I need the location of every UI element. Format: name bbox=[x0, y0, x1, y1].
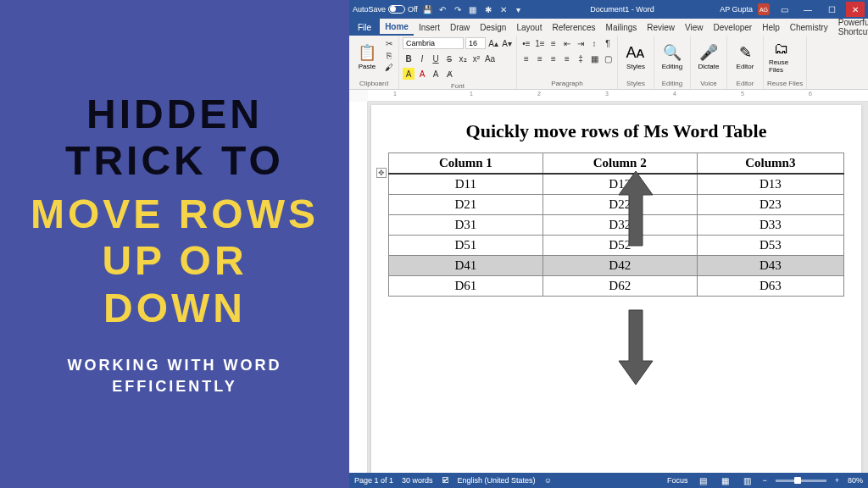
table-row[interactable]: D21D22D23 bbox=[389, 195, 844, 215]
tab-insert[interactable]: Insert bbox=[414, 19, 445, 36]
clear-format-button[interactable]: A̸ bbox=[443, 68, 455, 80]
word-table[interactable]: Column 1 Column 2 Column3 D11D12D13D21D2… bbox=[388, 152, 844, 297]
reuse-files-button[interactable]: 🗂Reuse Files bbox=[767, 37, 796, 76]
table-cell[interactable]: D22 bbox=[542, 195, 697, 215]
highlight-button[interactable]: A bbox=[403, 68, 415, 80]
table-cell[interactable]: D11 bbox=[389, 174, 543, 195]
editor-button[interactable]: ✎Editor bbox=[731, 37, 760, 76]
undo-icon[interactable]: ↶ bbox=[437, 3, 448, 15]
page-indicator[interactable]: Page 1 of 1 bbox=[354, 476, 393, 485]
shading-icon[interactable]: ▦ bbox=[588, 53, 600, 64]
align-right-icon[interactable]: ≡ bbox=[548, 53, 559, 64]
underline-button[interactable]: U bbox=[430, 53, 442, 64]
tab-file[interactable]: File bbox=[349, 19, 380, 36]
tab-developer[interactable]: Developer bbox=[709, 19, 758, 36]
table-cell[interactable]: D62 bbox=[542, 276, 697, 297]
show-marks-icon[interactable]: ¶ bbox=[602, 37, 614, 49]
language-indicator[interactable]: English (United States) bbox=[458, 476, 536, 485]
table-cell[interactable]: D13 bbox=[697, 174, 843, 195]
table-cell[interactable]: D23 bbox=[697, 195, 843, 215]
tab-powerful-shortcut[interactable]: Powerful Shortcut bbox=[833, 19, 868, 36]
tab-view[interactable]: View bbox=[680, 19, 709, 36]
table-cell[interactable]: D52 bbox=[542, 236, 697, 256]
styles-button[interactable]: AᴀStyles bbox=[621, 37, 650, 76]
table-row[interactable]: D51D52D53 bbox=[389, 236, 844, 256]
accessibility-icon[interactable]: ☺ bbox=[544, 476, 552, 485]
ribbon-options-icon[interactable]: ▭ bbox=[775, 2, 793, 17]
table-cell[interactable]: D31 bbox=[389, 215, 543, 236]
subscript-button[interactable]: x₂ bbox=[457, 53, 469, 64]
font-size-select[interactable] bbox=[465, 37, 486, 49]
superscript-button[interactable]: x² bbox=[470, 53, 482, 64]
paste-button[interactable]: 📋 Paste bbox=[353, 37, 381, 76]
grow-font-icon[interactable]: A▴ bbox=[487, 37, 499, 49]
table-cell[interactable]: D33 bbox=[697, 215, 843, 236]
bold-button[interactable]: B bbox=[403, 53, 415, 64]
sort-icon[interactable]: ↕ bbox=[588, 37, 600, 49]
shrink-font-icon[interactable]: A▾ bbox=[501, 37, 513, 49]
table-row[interactable]: D41D42D43 bbox=[389, 256, 844, 276]
numbering-icon[interactable]: 1≡ bbox=[534, 37, 546, 49]
word-count[interactable]: 30 words bbox=[402, 476, 433, 485]
borders-icon[interactable]: ▢ bbox=[602, 53, 614, 64]
case-button[interactable]: Aa bbox=[484, 53, 496, 64]
table-header[interactable]: Column 1 bbox=[389, 153, 543, 175]
tab-help[interactable]: Help bbox=[757, 19, 785, 36]
proofing-icon[interactable]: 🗹 bbox=[442, 476, 449, 485]
table-cell[interactable]: D41 bbox=[389, 256, 543, 276]
tab-mailings[interactable]: Mailings bbox=[601, 19, 643, 36]
table-cell[interactable]: D61 bbox=[389, 276, 543, 297]
zoom-out-icon[interactable]: − bbox=[762, 476, 766, 485]
save-icon[interactable]: 💾 bbox=[421, 3, 433, 15]
dictate-button[interactable]: 🎤Dictate bbox=[694, 37, 723, 76]
user-name[interactable]: AP Gupta bbox=[720, 5, 753, 14]
copy-icon[interactable]: ⎘ bbox=[383, 49, 395, 61]
table-cell[interactable]: D51 bbox=[389, 236, 543, 256]
table-cell[interactable]: D53 bbox=[697, 236, 843, 256]
print-layout-icon[interactable]: ▦ bbox=[718, 476, 732, 485]
text-effects-button[interactable]: A bbox=[430, 68, 442, 80]
tab-references[interactable]: References bbox=[547, 19, 600, 36]
page[interactable]: Quickly move rows of Ms Word Table ✥ Col… bbox=[371, 105, 861, 473]
align-left-icon[interactable]: ≡ bbox=[520, 53, 532, 64]
align-center-icon[interactable]: ≡ bbox=[534, 53, 546, 64]
table-cell[interactable]: D63 bbox=[697, 276, 843, 297]
qat-icon[interactable]: ✱ bbox=[482, 3, 494, 15]
font-name-select[interactable] bbox=[403, 37, 464, 49]
strike-button[interactable]: S̶ bbox=[443, 53, 455, 64]
horizontal-ruler[interactable]: 1 1 2 3 4 5 6 bbox=[368, 90, 868, 102]
line-spacing-icon[interactable]: ‡ bbox=[575, 53, 587, 64]
table-cell[interactable]: D43 bbox=[697, 256, 843, 276]
redo-icon[interactable]: ↷ bbox=[452, 3, 464, 15]
font-color-button[interactable]: A bbox=[416, 68, 428, 80]
dec-indent-icon[interactable]: ⇤ bbox=[561, 37, 573, 49]
table-row[interactable]: D11D12D13 bbox=[389, 174, 844, 195]
zoom-in-icon[interactable]: + bbox=[835, 476, 839, 485]
table-row[interactable]: D61D62D63 bbox=[389, 276, 844, 297]
tab-chemistry[interactable]: Chemistry bbox=[785, 19, 833, 36]
format-painter-icon[interactable]: 🖌 bbox=[383, 61, 395, 73]
read-mode-icon[interactable]: ▤ bbox=[696, 476, 709, 485]
document-heading[interactable]: Quickly move rows of Ms Word Table bbox=[388, 120, 844, 142]
table-move-handle-icon[interactable]: ✥ bbox=[376, 168, 387, 178]
inc-indent-icon[interactable]: ⇥ bbox=[575, 37, 587, 49]
table-header[interactable]: Column 2 bbox=[542, 153, 697, 175]
table-header[interactable]: Column3 bbox=[697, 153, 843, 175]
autosave-toggle[interactable]: AutoSave Off bbox=[353, 5, 418, 14]
zoom-level[interactable]: 80% bbox=[848, 476, 863, 485]
qat-icon[interactable]: ▦ bbox=[467, 3, 479, 15]
cut-icon[interactable]: ✂ bbox=[383, 37, 395, 49]
table-row[interactable]: D31D32D33 bbox=[389, 215, 844, 236]
tab-design[interactable]: Design bbox=[475, 19, 511, 36]
focus-mode[interactable]: Focus bbox=[667, 476, 688, 485]
minimize-icon[interactable]: — bbox=[798, 2, 817, 17]
bullets-icon[interactable]: •≡ bbox=[520, 37, 532, 49]
table-cell[interactable]: D32 bbox=[542, 215, 697, 236]
maximize-icon[interactable]: ☐ bbox=[822, 2, 841, 17]
qat-more-icon[interactable]: ▾ bbox=[513, 3, 525, 15]
close-icon[interactable]: ✕ bbox=[846, 2, 865, 17]
table-cell[interactable]: D12 bbox=[542, 174, 697, 195]
tab-review[interactable]: Review bbox=[642, 19, 680, 36]
tab-layout[interactable]: Layout bbox=[511, 19, 547, 36]
tab-draw[interactable]: Draw bbox=[445, 19, 475, 36]
